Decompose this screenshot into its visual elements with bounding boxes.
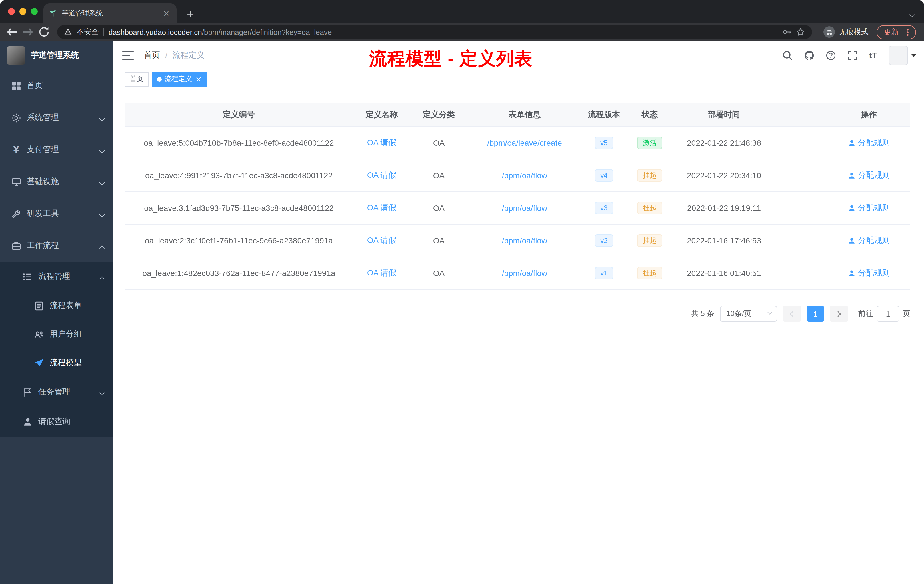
cell-category: OA [410,224,467,257]
sidebar-item-task-mgmt[interactable]: 任务管理 [0,377,113,407]
assign-rule-link[interactable]: 分配规则 [848,203,890,213]
table-row: oa_leave:5:004b710b-7b8a-11ec-8ef0-acde4… [125,127,910,159]
browser-tab[interactable]: 芋道管理系统 × [43,3,177,23]
font-size-icon[interactable]: tT [869,50,877,61]
person-icon [848,172,855,179]
sidebar-item-process-model[interactable]: 流程模型 [0,348,113,377]
password-key-icon[interactable] [782,27,792,36]
page-content: 定义编号 定义名称 定义分类 表单信息 流程版本 状态 部署时间 操作 oa_l… [113,89,924,584]
sidebar-item-leave-query[interactable]: 请假查询 [0,407,113,437]
table-row: oa_leave:4:991f2193-7b7f-11ec-a3c8-acde4… [125,159,910,192]
reload-button[interactable] [38,26,50,38]
url-text[interactable]: dashboard.yudao.iocoder.cn/bpm/manager/d… [109,28,778,36]
page-size-select[interactable]: 10条/页 [720,306,777,322]
gear-icon [12,113,21,122]
definition-name-link[interactable]: OA 请假 [367,203,396,213]
github-icon[interactable] [804,50,814,61]
tags-view-bar: 首页 流程定义 × [113,70,924,89]
status-badge: 挂起 [637,267,662,279]
new-tab-button[interactable]: + [183,7,197,21]
assign-rule-link[interactable]: 分配规则 [848,138,890,148]
version-badge: v2 [594,234,613,247]
total-count-label: 共 5 条 [691,308,714,319]
yen-icon: ¥ [12,145,21,155]
sidebar-toggle-icon[interactable] [122,51,134,60]
sidebar-item-home[interactable]: 首页 [0,70,113,102]
prev-page-icon [790,311,796,317]
form-link[interactable]: /bpm/oa/leave/create [487,138,562,147]
help-icon[interactable] [826,50,836,61]
prev-page-button[interactable] [783,306,801,322]
form-link[interactable]: /bpm/oa/flow [502,203,548,213]
address-bar[interactable]: 不安全 dashboard.yudao.iocoder.cn/bpm/manag… [57,25,812,39]
definitions-table: 定义编号 定义名称 定义分类 表单信息 流程版本 状态 部署时间 操作 oa_l… [125,103,910,290]
tab-close-icon[interactable]: × [162,8,171,18]
browser-toolbar: 不安全 dashboard.yudao.iocoder.cn/bpm/manag… [0,23,924,41]
breadcrumb-home[interactable]: 首页 [144,50,160,61]
form-link[interactable]: /bpm/oa/flow [502,269,548,278]
app-header: 首页 / 流程定义 流程模型 - 定义列表 tT [113,41,924,70]
col-definition-name: 定义名称 [353,103,410,126]
assign-rule-label: 分配规则 [858,203,890,213]
user-menu[interactable] [889,46,916,65]
tag-close-icon[interactable]: × [195,76,202,82]
chevron-down-icon [100,388,104,397]
sidebar-item-payment[interactable]: ¥ 支付管理 [0,134,113,166]
fullscreen-icon[interactable] [847,50,858,61]
col-status: 状态 [626,103,673,126]
view-tag[interactable]: 首页 [125,72,148,87]
sidebar-item-infrastructure[interactable]: 基础设施 [0,166,113,198]
minimize-window-button[interactable] [20,8,26,15]
assign-rule-link[interactable]: 分配规则 [848,236,890,246]
tab-search-chevron-icon[interactable] [910,8,914,19]
sidebar-logo-row[interactable]: 芋道管理系统 [0,41,113,70]
sidebar-menu: 首页 系统管理 ¥ 支付管理 基础设施 研发工具 工作流程 流程管理 流程表单 … [0,70,113,584]
status-badge: 激活 [637,137,662,149]
cell-deploy-time: 2022-01-22 21:48:38 [673,127,775,159]
update-chrome-button[interactable]: 更新 [876,25,916,39]
security-warning-icon[interactable] [64,28,72,36]
back-button[interactable] [6,26,18,38]
sidebar-item-system[interactable]: 系统管理 [0,102,113,134]
avatar[interactable] [889,46,908,65]
cell-deploy-time: 2022-01-16 01:40:51 [673,257,775,289]
assign-rule-link[interactable]: 分配规则 [848,268,890,278]
definition-name-link[interactable]: OA 请假 [367,170,396,181]
maximize-window-button[interactable] [31,8,38,15]
current-page-button[interactable]: 1 [807,306,824,322]
search-icon[interactable] [782,50,792,61]
model-icon [34,358,44,368]
sidebar-item-process-mgmt[interactable]: 流程管理 [0,262,113,292]
form-link[interactable]: /bpm/oa/flow [502,236,548,245]
cell-category: OA [410,257,467,289]
forward-button[interactable] [22,26,34,38]
sidebar-item-process-form[interactable]: 流程表单 [0,292,113,320]
form-link[interactable]: /bpm/oa/flow [502,171,548,180]
col-category: 定义分类 [410,103,467,126]
chevron-down-icon [100,177,104,186]
browser-menu-icon[interactable] [903,28,912,36]
person-icon [848,204,855,212]
goto-page-input[interactable] [876,306,899,322]
user-icon [23,417,33,427]
url-path: /bpm/manager/definition?key=oa_leave [202,28,332,36]
active-dot-icon [157,77,162,81]
breadcrumb: 首页 / 流程定义 [144,50,205,61]
person-icon [848,139,855,147]
close-window-button[interactable] [8,8,15,15]
chevron-down-icon [100,145,104,154]
next-page-button[interactable] [830,306,848,322]
definition-name-link[interactable]: OA 请假 [367,236,396,246]
definition-name-link[interactable]: OA 请假 [367,268,396,278]
sidebar-item-dev-tools[interactable]: 研发工具 [0,198,113,230]
bookmark-star-icon[interactable] [796,27,805,36]
chevron-down-icon [100,209,104,218]
incognito-chip[interactable]: 无痕模式 [823,26,869,38]
assign-rule-link[interactable]: 分配规则 [848,170,890,181]
sidebar-item-workflow[interactable]: 工作流程 [0,230,113,262]
workflow-icon [12,241,21,251]
definition-name-link[interactable]: OA 请假 [367,138,396,148]
security-label[interactable]: 不安全 [77,27,99,37]
sidebar-item-user-group[interactable]: 用户分组 [0,320,113,348]
view-tag[interactable]: 流程定义 × [152,72,207,87]
